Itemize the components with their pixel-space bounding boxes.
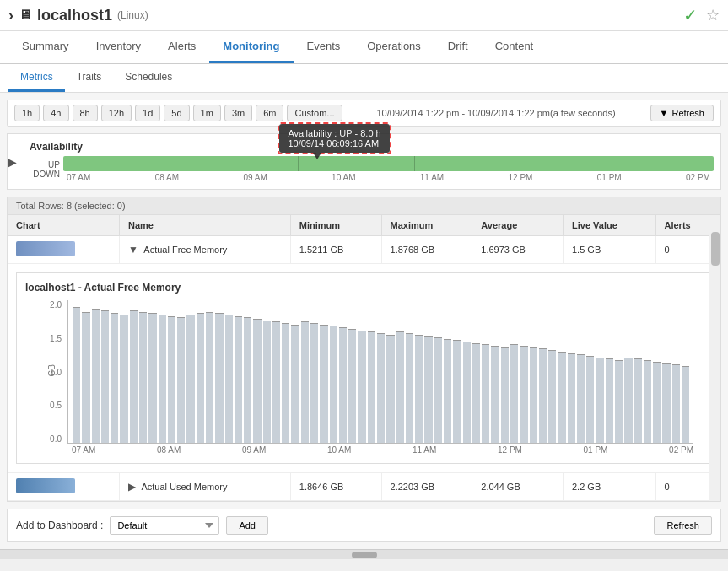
col-maximum: Maximum [381, 215, 472, 236]
tab-content[interactable]: Content [482, 31, 547, 63]
time-btn-3m[interactable]: 3m [224, 105, 252, 121]
chart-bar [301, 321, 309, 443]
chart-bar [111, 313, 118, 443]
host-name: localhost1 [37, 7, 112, 24]
chart-bar [282, 323, 289, 443]
chart-bar [577, 354, 585, 443]
chart-bar [482, 344, 489, 443]
col-live-value: Live Value [564, 215, 656, 236]
chart-cell-2 [8, 473, 119, 501]
time-btn-1h[interactable]: 1h [14, 105, 40, 121]
table-row: ▶ Actual Used Memory 1.8646 GB 2.2203 GB… [8, 473, 720, 501]
chart-thumbnail-2[interactable] [16, 478, 75, 493]
chart-bar [225, 315, 233, 443]
row-name-1: Actual Free Memory [143, 245, 227, 255]
row-name-2: Actual Used Memory [141, 482, 227, 492]
tab-alerts[interactable]: Alerts [154, 31, 209, 63]
add-to-dashboard-label: Add to Dashboard : [16, 520, 103, 531]
time-btn-6m[interactable]: 6m [256, 105, 283, 121]
chart-bar [662, 363, 670, 443]
chart-thumbnail-1[interactable] [16, 241, 75, 256]
vertical-scrollbar[interactable] [709, 215, 720, 501]
y-label-4: 2.0 [30, 300, 62, 310]
host-title: › 🖥 localhost1 (Linux) [8, 7, 148, 24]
chart-bar [501, 347, 509, 443]
metrics-table: Chart Name Minimum Maximum Average Live … [8, 215, 720, 501]
max-cell-1: 1.8768 GB [381, 236, 472, 264]
chart-bar [463, 342, 471, 443]
h-scroll-thumb[interactable] [352, 552, 377, 558]
dashboard-section: Add to Dashboard : Default Add [16, 516, 268, 535]
chart-bar [263, 321, 271, 443]
name-cell-1: ▼ Actual Free Memory [119, 236, 290, 264]
y-label-3: 1.5 [30, 334, 62, 343]
main-nav: Summary Inventory Alerts Monitoring Even… [0, 31, 728, 64]
chart-bar [520, 346, 527, 443]
time-btn-1d[interactable]: 1d [135, 105, 160, 121]
chart-bar [73, 307, 80, 443]
horizontal-scrollbar[interactable] [0, 549, 728, 559]
chart-bar [586, 356, 594, 443]
availability-expand-btn[interactable]: ▶ [8, 155, 17, 169]
y-label-2: 1.0 [30, 368, 62, 377]
time-btn-1m[interactable]: 1m [193, 105, 221, 121]
col-chart: Chart [8, 215, 119, 236]
chart-bar [235, 316, 242, 443]
add-button[interactable]: Add [226, 516, 268, 535]
expand-row-btn-2[interactable]: ▶ [128, 481, 136, 493]
chart-bar [177, 317, 185, 443]
time-btn-5d[interactable]: 5d [164, 105, 189, 121]
chart-bar [406, 333, 413, 443]
metrics-section: Total Rows: 8 (selected: 0) Chart Name M… [7, 197, 721, 502]
chart-bar [215, 313, 223, 443]
tab-summary[interactable]: Summary [8, 31, 83, 63]
bar-chart-xaxis: 07 AM 08 AM 09 AM 10 AM 11 AM 12 PM 01 P… [67, 445, 693, 455]
chart-bar [530, 347, 537, 443]
chart-bar [606, 358, 613, 443]
chart-cell-1 [8, 236, 119, 264]
chart-bar [424, 336, 432, 443]
max-cell-2: 2.2203 GB [381, 473, 472, 501]
refresh-button-bottom[interactable]: Refresh [654, 516, 712, 535]
tab-operations[interactable]: Operations [353, 31, 434, 63]
chart-bar [139, 312, 147, 443]
tab-monitoring[interactable]: Monitoring [209, 31, 293, 63]
scroll-thumb[interactable] [711, 232, 720, 266]
dashboard-dropdown[interactable]: Default [110, 516, 219, 535]
tab-drift[interactable]: Drift [434, 31, 482, 63]
chart-bar [558, 352, 565, 443]
min-cell-2: 1.8646 GB [290, 473, 381, 501]
chart-bar [206, 312, 213, 443]
chart-bar [624, 358, 632, 443]
avg-cell-2: 2.044 GB [472, 473, 564, 501]
chart-bar [396, 331, 404, 443]
content-area: 1h 4h 8h 12h 1d 5d 1m 3m 6m Custom... 10… [0, 93, 728, 549]
favorite-star-icon[interactable]: ☆ [706, 6, 720, 24]
os-tag: (Linux) [117, 9, 148, 21]
subtab-schedules[interactable]: Schedules [113, 64, 184, 92]
chart-bar [120, 315, 127, 443]
availability-time-labels: 07 AM 08 AM 09 AM 10 AM 11 AM 12 PM 01 P… [63, 173, 714, 182]
time-btn-12h[interactable]: 12h [101, 105, 132, 121]
subtab-metrics[interactable]: Metrics [8, 64, 65, 92]
chart-bar [596, 358, 603, 443]
tab-events[interactable]: Events [294, 31, 354, 63]
time-btn-8h[interactable]: 8h [73, 105, 98, 121]
chart-bar [672, 364, 680, 443]
time-btn-4h[interactable]: 4h [43, 105, 68, 121]
time-btn-custom[interactable]: Custom... [287, 105, 342, 121]
tab-inventory[interactable]: Inventory [83, 31, 154, 63]
availability-section: ▶ Availability UP DOWN [7, 133, 721, 190]
subtab-traits[interactable]: Traits [65, 64, 114, 92]
top-header: › 🖥 localhost1 (Linux) ✓ ☆ [0, 0, 728, 31]
expand-row-btn-1[interactable]: ▼ [128, 244, 138, 256]
col-average: Average [472, 215, 564, 236]
inline-chart-title: localhost1 - Actual Free Memory [25, 282, 702, 294]
chart-bar [491, 346, 499, 443]
status-ok-icon: ✓ [683, 5, 698, 25]
refresh-button-top[interactable]: ▼ Refresh [650, 105, 714, 121]
tooltip-status: Availability : UP - 8.0 h [288, 128, 380, 138]
chart-bar [539, 348, 547, 443]
chart-bar [310, 323, 318, 443]
chart-bar [186, 315, 194, 443]
